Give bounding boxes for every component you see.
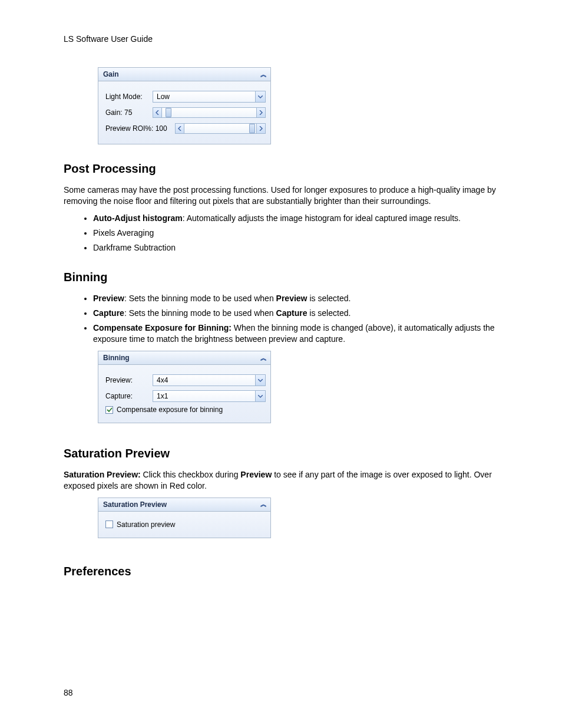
list-item: Compensate Exposure for Binning: When th… [93,322,498,345]
binning-preview-dropdown[interactable]: 4x4 [153,374,266,386]
bold-term: Preview [93,294,124,303]
saturation-checkbox[interactable] [105,521,113,528]
compensate-checkbox-label: Compensate exposure for binning [117,406,223,414]
list-item: Darkframe Subtraction [93,242,498,253]
bold-term: Capture [276,308,308,318]
preview-roi-thumb[interactable] [249,124,255,133]
bold-term: Preview [240,470,272,479]
arrow-right-icon[interactable] [256,123,266,134]
chevron-down-icon[interactable] [255,91,265,102]
list-item: Capture: Sets the binning mode to be use… [93,308,498,319]
binning-panel-header[interactable]: Binning ︽ [98,351,270,365]
binning-preview-label: Preview: [105,376,153,384]
binning-preview-value: 4x4 [157,376,168,384]
light-mode-label: Light Mode: [105,93,153,101]
gain-label: Gain: 75 [105,108,153,117]
gain-slider-thumb[interactable] [166,108,171,117]
saturation-panel: Saturation Preview ︽ Saturation preview [98,498,271,538]
collapse-icon[interactable]: ︽ [260,354,266,363]
collapse-icon[interactable]: ︽ [260,500,266,509]
gain-panel-body: Light Mode: Low Gain: 75 [98,81,270,144]
list-item: Preview: Sets the binning mode to be use… [93,293,498,304]
saturation-paragraph: Saturation Preview: Click this checkbox … [64,469,498,492]
text: : Automatically adjusts the image histog… [183,213,461,223]
collapse-icon[interactable]: ︽ [260,70,266,79]
binning-heading: Binning [64,271,498,284]
arrow-left-icon[interactable] [153,107,162,118]
post-processing-intro: Some cameras may have the post processin… [64,185,498,207]
saturation-panel-header[interactable]: Saturation Preview ︽ [98,498,270,512]
saturation-panel-body: Saturation preview [98,512,270,538]
binning-capture-value: 1x1 [157,392,168,400]
saturation-panel-title: Saturation Preview [103,500,167,509]
gain-slider-track[interactable] [162,107,256,118]
preview-roi-label: Preview ROI%: 100 [105,124,175,133]
list-item: Auto-Adjust histogram: Automatically adj… [93,213,498,224]
text: is selected. [308,294,351,303]
list-item: Pixels Averaging [93,228,498,239]
preview-roi-track[interactable] [184,123,256,134]
binning-panel: Binning ︽ Preview: 4x4 Capture: 1x1 [98,351,271,423]
chevron-down-icon[interactable] [255,391,265,401]
light-mode-value: Low [157,93,170,101]
binning-list: Preview: Sets the binning mode to be use… [81,293,498,345]
text: is selected. [307,308,351,318]
bold-term: Compensate Exposure for Binning: [93,323,232,332]
post-processing-heading: Post Processing [64,162,498,176]
bold-term: Auto-Adjust histogram [93,213,183,223]
saturation-checkbox-label: Saturation preview [117,521,175,529]
binning-capture-label: Capture: [105,392,153,400]
page-number: 88 [64,688,73,697]
text: : Sets the binning mode to be used when [124,294,276,303]
compensate-checkbox[interactable] [105,406,113,414]
arrow-right-icon[interactable] [256,107,266,118]
binning-capture-dropdown[interactable]: 1x1 [153,390,266,402]
gain-panel: Gain ︽ Light Mode: Low Gain: 75 [98,67,271,144]
preferences-heading: Preferences [64,565,498,578]
bold-term: Saturation Preview: [64,470,141,479]
chevron-down-icon[interactable] [255,375,265,386]
binning-panel-body: Preview: 4x4 Capture: 1x1 [98,365,270,423]
arrow-left-icon[interactable] [175,123,184,134]
preview-roi-slider[interactable] [175,123,266,134]
light-mode-dropdown[interactable]: Low [153,91,266,103]
gain-panel-header[interactable]: Gain ︽ [98,68,270,81]
bold-term: Preview [276,294,308,303]
text: : Sets the binning mode to be used when [124,308,276,318]
gain-slider[interactable] [153,107,266,118]
binning-panel-title: Binning [103,354,130,362]
text: Click this checkbox during [141,470,241,479]
gain-panel-title: Gain [103,70,119,78]
document-header: LS Software User Guide [64,34,498,44]
post-processing-list: Auto-Adjust histogram: Automatically adj… [81,213,498,253]
saturation-heading: Saturation Preview [64,447,498,460]
bold-term: Capture [93,308,124,318]
